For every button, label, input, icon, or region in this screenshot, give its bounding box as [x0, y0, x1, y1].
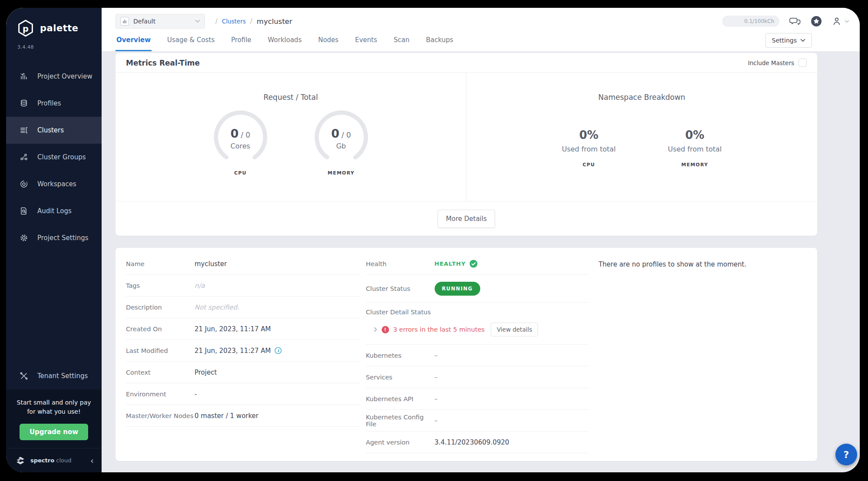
detail-row-health: Health HEALTHY — [366, 253, 589, 275]
namespace-breakdown-title: Namespace Breakdown — [598, 93, 685, 102]
tab-overview[interactable]: Overview — [116, 36, 152, 51]
sidebar-item-workspaces[interactable]: Workspaces — [6, 171, 102, 198]
tab-workloads[interactable]: Workloads — [267, 36, 303, 51]
memory-total-value: / 0 — [341, 131, 351, 139]
include-masters-control: Include Masters — [748, 59, 807, 67]
logo-text: palette — [40, 23, 78, 33]
spectro-cloud-logo-icon — [15, 455, 26, 466]
sidebar-nav: Project Overview Profiles Clusters — [6, 63, 102, 251]
upgrade-promo: Start small and only pay for what you us… — [6, 389, 102, 448]
tab-profile[interactable]: Profile — [230, 36, 252, 51]
include-masters-checkbox[interactable] — [799, 59, 807, 67]
check-circle-icon — [469, 260, 478, 268]
sidebar-footer: spectro cloud ‹ — [6, 448, 102, 472]
cpu-unit: Cores — [231, 142, 250, 150]
sidebar-item-label: Profiles — [37, 99, 61, 107]
cluster-detail-status-block: Cluster Detail Status ! 3 errors in the … — [366, 303, 589, 345]
project-selector[interactable]: Default — [116, 14, 205, 29]
error-alert-icon: ! — [382, 326, 389, 333]
breadcrumb-clusters-link[interactable]: Clusters — [222, 18, 246, 25]
namespace-cpu-stat: 0% Used from total CPU — [558, 128, 619, 168]
namespace-memory-stat: 0% Used from total MEMORY — [664, 128, 725, 168]
tabs-bar: Overview Usage & Costs Profile Workloads… — [102, 30, 860, 51]
top-bar: Default / Clusters / mycluster 0.1/100kC… — [102, 8, 860, 30]
more-details-button[interactable]: More Details — [438, 210, 495, 228]
cpu-total-value: / 0 — [241, 131, 250, 139]
detail-row-environment: Environment - — [126, 383, 360, 405]
expand-errors-chevron-icon[interactable] — [374, 327, 377, 332]
bar-chart-icon — [19, 72, 29, 81]
tools-icon — [19, 371, 29, 381]
layers-icon — [19, 99, 29, 108]
sidebar-item-audit-logs[interactable]: Audit Logs — [6, 198, 102, 224]
memory-gauge-label: MEMORY — [328, 170, 355, 176]
namespace-breakdown-panel: Namespace Breakdown 0% Used from total C… — [466, 73, 817, 201]
sidebar-item-cluster-groups[interactable]: Cluster Groups — [6, 144, 102, 171]
tab-events[interactable]: Events — [354, 36, 378, 51]
spectro-cloud-brand: spectro cloud — [30, 457, 71, 464]
sidebar-item-clusters[interactable]: Clusters — [6, 117, 102, 144]
cpu-percent: 0% — [558, 128, 619, 142]
cluster-details-card: Name mycluster Tags n/a Description Not … — [116, 248, 817, 461]
network-nodes-icon — [19, 152, 29, 162]
upgrade-now-button[interactable]: Upgrade now — [20, 424, 88, 440]
sidebar-item-label: Tenant Settings — [37, 372, 88, 380]
memory-unit: Gb — [336, 142, 346, 150]
page-body: Metrics Real-Time Include Masters Reques… — [102, 51, 860, 472]
whats-new-star-icon[interactable] — [811, 16, 822, 27]
metrics-content: Request / Total — [116, 73, 817, 201]
gear-icon — [19, 233, 29, 243]
metrics-title: Metrics Real-Time — [126, 59, 200, 67]
chevron-down-icon — [800, 39, 805, 42]
metrics-card-header: Metrics Real-Time Include Masters — [116, 53, 817, 73]
view-details-button[interactable]: View details — [491, 323, 538, 336]
user-menu[interactable] — [832, 16, 849, 26]
request-total-title: Request / Total — [264, 93, 318, 102]
sidebar-item-label: Project Overview — [37, 72, 92, 80]
gauges-row: 0 / 0 Cores CPU — [208, 109, 374, 176]
app-window: p palette 3.4.48 Project Overview Profil… — [6, 8, 860, 472]
chevron-down-icon — [845, 20, 849, 23]
settings-button[interactable]: Settings — [766, 33, 812, 48]
breadcrumb-current: mycluster — [257, 17, 292, 26]
project-selector-value: Default — [133, 18, 191, 25]
top-header: Default / Clusters / mycluster 0.1/100kC… — [102, 8, 860, 51]
main-area: Default / Clusters / mycluster 0.1/100kC… — [102, 8, 860, 472]
screen-frame: p palette 3.4.48 Project Overview Profil… — [0, 0, 868, 481]
tab-scan[interactable]: Scan — [393, 36, 410, 51]
chevron-down-icon — [195, 20, 200, 23]
help-button[interactable]: ? — [835, 444, 857, 465]
project-scope-icon — [120, 17, 129, 26]
collapse-sidebar-icon[interactable]: ‹ — [90, 456, 94, 465]
detail-row-context: Context Project — [126, 362, 360, 383]
details-right-column: There are no profiles to show at the mom… — [589, 253, 807, 453]
orbit-icon — [19, 179, 29, 189]
sidebar-item-label: Project Settings — [37, 234, 89, 242]
sidebar-item-project-overview[interactable]: Project Overview — [6, 63, 102, 90]
cpu-gauge-label: CPU — [234, 170, 247, 176]
promo-text: Start small and only pay for what you us… — [12, 398, 96, 417]
running-status-badge: RUNNING — [435, 282, 480, 296]
memory-used-value: 0 — [331, 127, 340, 140]
breadcrumb: / Clusters / mycluster — [215, 17, 292, 26]
detail-row-kubernetes-config-file: Kubernetes Config File – — [366, 410, 589, 432]
sidebar-item-profiles[interactable]: Profiles — [6, 90, 102, 117]
user-icon — [832, 16, 842, 26]
error-summary-row: ! 3 errors in the last 5 minutes View de… — [366, 323, 589, 336]
sidebar-item-project-settings[interactable]: Project Settings — [6, 224, 102, 251]
tab-nodes[interactable]: Nodes — [317, 36, 340, 51]
usage-credits-badge: 0.1/100kCh — [722, 16, 779, 27]
chat-icon[interactable] — [789, 16, 801, 26]
details-middle-column: Health HEALTHY Cluster Status RUNNING Cl… — [360, 253, 589, 453]
tab-backups[interactable]: Backups — [425, 36, 454, 51]
top-right-actions: 0.1/100kCh — [722, 16, 849, 27]
detail-row-cluster-status: Cluster Status RUNNING — [366, 275, 589, 303]
tab-usage-costs[interactable]: Usage & Costs — [166, 36, 215, 51]
sidebar-item-label: Workspaces — [37, 180, 76, 188]
sidebar-item-label: Clusters — [37, 126, 64, 134]
doc-search-icon — [19, 206, 29, 216]
server-list-icon — [19, 125, 29, 135]
info-icon[interactable]: i — [274, 347, 282, 354]
include-masters-label: Include Masters — [748, 59, 794, 66]
sidebar-item-tenant-settings[interactable]: Tenant Settings — [6, 362, 102, 389]
